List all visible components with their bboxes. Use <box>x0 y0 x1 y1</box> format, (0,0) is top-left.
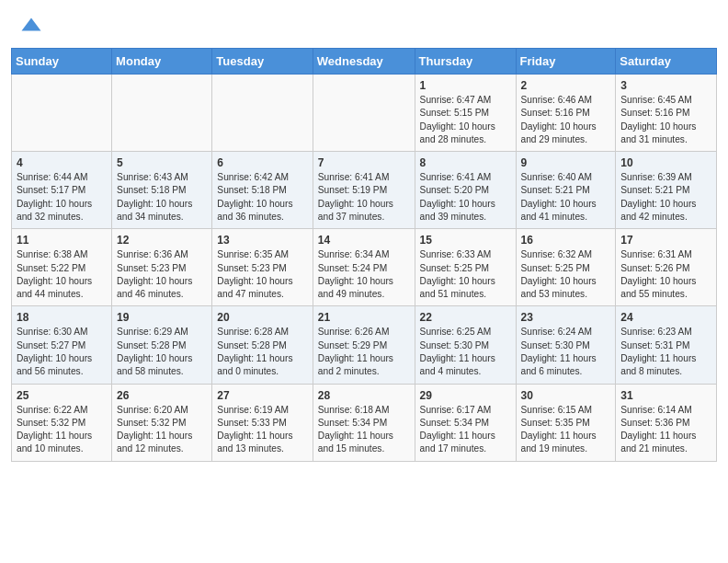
cell-content: Sunrise: 6:32 AMSunset: 5:25 PMDaylight:… <box>521 248 611 301</box>
cell-line: Sunset: 5:30 PM <box>521 340 590 350</box>
calendar-cell: 23Sunrise: 6:24 AMSunset: 5:30 PMDayligh… <box>516 306 616 384</box>
cell-content: Sunrise: 6:23 AMSunset: 5:31 PMDaylight:… <box>620 326 711 378</box>
calendar-week-row: 18Sunrise: 6:30 AMSunset: 5:27 PMDayligh… <box>12 306 717 384</box>
weekday-header: Tuesday <box>212 49 313 75</box>
cell-content: Sunrise: 6:19 AMSunset: 5:33 PMDaylight:… <box>217 404 307 456</box>
cell-line: and 15 minutes. <box>318 443 385 454</box>
cell-line: Sunset: 5:23 PM <box>117 263 186 273</box>
calendar-cell: 28Sunrise: 6:18 AMSunset: 5:34 PMDayligh… <box>313 384 415 461</box>
cell-line: Daylight: 10 hours <box>420 199 495 209</box>
cell-content: Sunrise: 6:41 AMSunset: 5:19 PMDaylight:… <box>318 171 410 224</box>
cell-line: Sunset: 5:23 PM <box>217 263 286 273</box>
calendar-week-row: 25Sunrise: 6:22 AMSunset: 5:32 PMDayligh… <box>12 384 717 461</box>
cell-line: Sunset: 5:15 PM <box>420 108 489 118</box>
cell-line: Sunrise: 6:14 AM <box>620 405 692 415</box>
calendar-cell: 12Sunrise: 6:36 AMSunset: 5:23 PMDayligh… <box>112 229 212 306</box>
cell-line: Sunrise: 6:30 AM <box>17 327 88 337</box>
day-number: 10 <box>620 156 711 169</box>
cell-content: Sunrise: 6:34 AMSunset: 5:24 PMDaylight:… <box>318 248 410 301</box>
day-number: 13 <box>217 234 307 247</box>
cell-line: Sunset: 5:28 PM <box>217 340 286 350</box>
day-number: 27 <box>217 389 307 402</box>
cell-line: Daylight: 11 hours <box>620 353 696 363</box>
cell-content: Sunrise: 6:47 AMSunset: 5:15 PMDaylight:… <box>420 94 511 146</box>
cell-line: and 51 minutes. <box>420 289 487 299</box>
cell-line: and 36 minutes. <box>217 212 284 222</box>
logo-icon <box>18 15 44 40</box>
calendar-cell: 22Sunrise: 6:25 AMSunset: 5:30 PMDayligh… <box>415 306 516 384</box>
cell-line: and 0 minutes. <box>217 366 279 376</box>
cell-line: Sunset: 5:16 PM <box>521 108 590 118</box>
cell-line: Sunrise: 6:44 AM <box>17 172 88 182</box>
calendar-container: SundayMondayTuesdayWednesdayThursdayFrid… <box>0 44 728 469</box>
day-number: 26 <box>117 389 207 402</box>
calendar-cell <box>12 75 112 152</box>
calendar-cell <box>112 75 212 152</box>
cell-line: Daylight: 10 hours <box>17 199 92 209</box>
page-header <box>0 0 728 44</box>
calendar-cell: 9Sunrise: 6:40 AMSunset: 5:21 PMDaylight… <box>516 152 616 229</box>
cell-line: Sunset: 5:25 PM <box>521 263 590 273</box>
day-number: 3 <box>620 79 711 92</box>
calendar-cell: 10Sunrise: 6:39 AMSunset: 5:21 PMDayligh… <box>616 152 717 229</box>
cell-line: and 4 minutes. <box>420 366 482 376</box>
cell-line: Sunset: 5:33 PM <box>217 418 286 428</box>
cell-line: and 8 minutes. <box>620 366 682 376</box>
cell-line: Sunset: 5:32 PM <box>17 418 85 428</box>
cell-line: Sunrise: 6:39 AM <box>620 172 692 182</box>
cell-line: Sunrise: 6:28 AM <box>217 327 289 337</box>
day-number: 2 <box>521 79 611 92</box>
cell-line: and 42 minutes. <box>620 212 688 222</box>
cell-line: Sunrise: 6:24 AM <box>521 327 593 337</box>
weekday-header: Thursday <box>415 49 516 75</box>
weekday-header: Saturday <box>616 49 717 75</box>
cell-line: Sunset: 5:17 PM <box>17 185 85 195</box>
cell-line: Sunset: 5:18 PM <box>217 185 286 195</box>
cell-line: Sunset: 5:27 PM <box>17 340 85 350</box>
cell-line: Sunset: 5:29 PM <box>318 340 387 350</box>
cell-line: Sunrise: 6:46 AM <box>521 95 593 105</box>
cell-line: Sunrise: 6:42 AM <box>217 172 289 182</box>
cell-line: Daylight: 10 hours <box>318 276 393 286</box>
calendar-week-row: 4Sunrise: 6:44 AMSunset: 5:17 PMDaylight… <box>12 152 717 229</box>
day-number: 4 <box>17 156 107 169</box>
cell-line: Daylight: 10 hours <box>420 276 495 286</box>
day-number: 7 <box>318 156 410 169</box>
day-number: 22 <box>420 311 511 324</box>
cell-line: Sunset: 5:28 PM <box>117 340 186 350</box>
calendar-cell: 27Sunrise: 6:19 AMSunset: 5:33 PMDayligh… <box>212 384 313 461</box>
cell-line: and 6 minutes. <box>521 366 583 376</box>
cell-content: Sunrise: 6:45 AMSunset: 5:16 PMDaylight:… <box>620 94 711 146</box>
cell-line: Daylight: 10 hours <box>521 199 597 209</box>
cell-line: Sunrise: 6:38 AM <box>17 249 88 259</box>
cell-line: Sunset: 5:19 PM <box>318 185 387 195</box>
day-number: 18 <box>17 311 107 324</box>
day-number: 31 <box>620 389 711 402</box>
cell-line: and 37 minutes. <box>318 212 385 222</box>
calendar-cell: 19Sunrise: 6:29 AMSunset: 5:28 PMDayligh… <box>112 306 212 384</box>
cell-line: Sunrise: 6:41 AM <box>420 172 492 182</box>
cell-content: Sunrise: 6:39 AMSunset: 5:21 PMDaylight:… <box>620 171 711 224</box>
cell-line: Sunset: 5:34 PM <box>318 418 387 428</box>
cell-line: and 2 minutes. <box>318 366 380 376</box>
calendar-cell: 20Sunrise: 6:28 AMSunset: 5:28 PMDayligh… <box>212 306 313 384</box>
cell-content: Sunrise: 6:20 AMSunset: 5:32 PMDaylight:… <box>117 404 207 456</box>
weekday-header: Monday <box>112 49 212 75</box>
cell-line: Daylight: 10 hours <box>217 199 292 209</box>
cell-line: Daylight: 11 hours <box>521 353 597 363</box>
calendar-cell: 4Sunrise: 6:44 AMSunset: 5:17 PMDaylight… <box>12 152 112 229</box>
svg-marker-0 <box>22 18 41 31</box>
cell-line: Sunrise: 6:15 AM <box>521 405 593 415</box>
cell-line: and 17 minutes. <box>420 443 487 454</box>
cell-line: and 46 minutes. <box>117 289 184 299</box>
day-number: 24 <box>620 311 711 324</box>
weekday-row: SundayMondayTuesdayWednesdayThursdayFrid… <box>12 49 717 75</box>
cell-content: Sunrise: 6:46 AMSunset: 5:16 PMDaylight:… <box>521 94 611 146</box>
day-number: 21 <box>318 311 410 324</box>
cell-line: Sunset: 5:16 PM <box>620 108 689 118</box>
day-number: 15 <box>420 234 511 247</box>
calendar-table: SundayMondayTuesdayWednesdayThursdayFrid… <box>11 48 717 462</box>
cell-line: and 12 minutes. <box>117 443 184 454</box>
calendar-cell: 13Sunrise: 6:35 AMSunset: 5:23 PMDayligh… <box>212 229 313 306</box>
cell-line: Daylight: 10 hours <box>318 199 393 209</box>
